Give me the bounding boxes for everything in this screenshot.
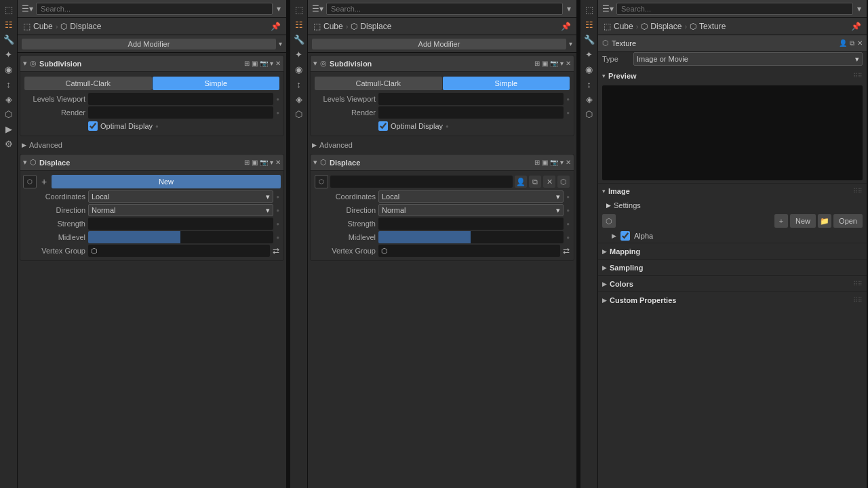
direction-dropdown[interactable]: Normal ▾ [88, 204, 273, 216]
panel-mid-coord-dropdown[interactable]: Local ▾ [378, 190, 564, 203]
panel-mid-cube[interactable]: Cube [323, 22, 343, 31]
strength-input[interactable]: 1.000 [88, 218, 273, 230]
alpha-expand-icon[interactable]: ▶ [612, 232, 616, 239]
displace-texture-slot[interactable]: ⬡ [23, 175, 37, 188]
panel-right-search[interactable] [616, 3, 853, 15]
render-input[interactable]: 3 [88, 106, 273, 119]
panel-right-pin[interactable]: 📌 [851, 22, 861, 31]
sidebar-icon-constraints[interactable]: ↕ [2, 77, 16, 91]
colors-section[interactable]: ▶ Colors ⠿⠿ [598, 275, 867, 291]
subdivision-toggle[interactable]: ▾ [23, 59, 27, 68]
panel-mid-add-modifier-dropdown[interactable]: ▾ [569, 40, 572, 47]
add-modifier-button[interactable]: Add Modifier [22, 39, 276, 49]
panel-mid-sub-realtime[interactable]: ▣ [542, 60, 548, 67]
props-close-btn[interactable]: ✕ [857, 39, 863, 47]
props-texture-slot[interactable]: ⬡ [602, 39, 609, 47]
subdivision-render[interactable]: 📷 [260, 60, 268, 67]
settings-row[interactable]: ▶ Settings [598, 198, 867, 213]
panel-middle-search[interactable] [326, 3, 563, 15]
img-plus-icon[interactable]: + [774, 214, 788, 228]
levels-viewport-input[interactable]: 3 [88, 93, 273, 105]
panel-mid-render-input[interactable]: 3 [378, 106, 564, 119]
vertex-swap-button[interactable]: ⇄ [273, 246, 279, 256]
panel-right-menu-icon[interactable]: ☰▾ [602, 4, 614, 14]
tab-simple[interactable]: Simple [153, 77, 280, 90]
displace-new-button[interactable]: New [52, 175, 281, 188]
panel-mid-pin[interactable]: 📌 [561, 22, 571, 31]
panel-mid-strength-input[interactable]: 1.000 [378, 218, 564, 230]
img-new-button[interactable]: New [790, 214, 816, 228]
panel-mid-sub-settings[interactable]: ▾ [560, 60, 564, 67]
coordinates-dropdown[interactable]: Local ▾ [88, 190, 273, 203]
panel-right-data[interactable]: ◈ [583, 92, 596, 106]
panel-mid-midlevel-input[interactable]: 0.500 [378, 231, 564, 243]
panel-mid-expand[interactable]: ▾ [566, 3, 572, 15]
header-menu-icon[interactable]: ☰▾ [22, 4, 33, 14]
panel-mid-sub-toggle[interactable]: ▾ [313, 59, 317, 68]
vertex-group-field[interactable]: ⬡ [88, 245, 270, 257]
panel-mid-disp-filter[interactable]: ⊞ [534, 159, 540, 166]
displace-close[interactable]: ✕ [275, 159, 281, 166]
panel-mid-texture-copy[interactable]: ⧉ [529, 176, 541, 188]
tab-catmull-clark[interactable]: Catmull-Clark [24, 77, 152, 90]
subdivision-realtime[interactable]: ▣ [252, 60, 258, 67]
panel-mid-texture-slot[interactable]: ⬡ [315, 175, 328, 188]
subdivision-filter[interactable]: ⊞ [244, 60, 250, 67]
optimal-display-checkbox[interactable] [88, 121, 98, 131]
panel-mid-optimal-checkbox[interactable] [378, 121, 388, 131]
img-folder-icon[interactable]: 📁 [818, 214, 831, 228]
panel-right-cube[interactable]: Cube [614, 22, 633, 31]
mapping-section[interactable]: ▶ Mapping [598, 243, 867, 259]
panel-right-displace-mid[interactable]: Displace [650, 22, 682, 31]
panel-mid-vertex-field[interactable]: ⬡ [378, 245, 560, 257]
panel-mid-sidebar-view[interactable]: ⬚ [292, 3, 306, 16]
sidebar-icon-object[interactable]: ☷ [2, 18, 16, 31]
breadcrumb-cube[interactable]: Cube [33, 22, 53, 31]
panel-mid-advanced[interactable]: ▶ Advanced [308, 138, 576, 152]
displace-render[interactable]: 📷 [260, 159, 268, 166]
panel-mid-menu-icon[interactable]: ☰▾ [312, 4, 323, 14]
panel-mid-sidebar-physics[interactable]: ◉ [292, 62, 306, 76]
panel-mid-sub-filter[interactable]: ⊞ [534, 60, 540, 67]
panel-mid-disp-settings[interactable]: ▾ [560, 159, 564, 166]
custom-properties-section[interactable]: ▶ Custom Properties ⠿⠿ [598, 291, 867, 308]
type-dropdown[interactable]: Image or Movie ▾ [633, 52, 863, 66]
subdivision-settings[interactable]: ▾ [270, 60, 273, 67]
panel-mid-sub-vis[interactable]: ◎ [320, 59, 327, 68]
panel-mid-texture-name[interactable]: Texture [330, 176, 513, 188]
panel-mid-disp-render[interactable]: 📷 [550, 159, 558, 166]
panel-mid-add-modifier-button[interactable]: Add Modifier [312, 39, 566, 49]
props-user-btn[interactable]: 👤 [839, 39, 847, 47]
panel-mid-sidebar-data[interactable]: ◈ [292, 92, 306, 106]
image-section-header[interactable]: ▾ Image ⠿⠿ [598, 183, 867, 198]
panel-mid-disp-realtime[interactable]: ▣ [542, 159, 548, 166]
panel-right-material[interactable]: ⬡ [583, 107, 596, 121]
panel-right-texture[interactable]: Texture [699, 22, 726, 31]
panel-mid-tab-simple[interactable]: Simple [443, 77, 570, 90]
panel-right-particle[interactable]: ✦ [583, 47, 596, 61]
panel-mid-sub-close[interactable]: ✕ [566, 60, 571, 67]
props-copy-btn[interactable]: ⧉ [850, 39, 854, 47]
panel-mid-vertex-swap[interactable]: ⇄ [563, 246, 570, 256]
panel-right-physics[interactable]: ◉ [583, 62, 596, 76]
panel-mid-sidebar-constraints[interactable]: ↕ [292, 77, 306, 91]
panel-mid-displace-toggle[interactable]: ▾ [313, 158, 317, 167]
sidebar-icon-physics[interactable]: ◉ [2, 62, 16, 76]
sidebar-icon-scene[interactable]: ▶ [2, 122, 16, 136]
panel-mid-disp-close[interactable]: ✕ [566, 159, 571, 166]
img-open-button[interactable]: Open [833, 214, 863, 228]
subdivision-visibility-icon[interactable]: ◎ [30, 59, 37, 68]
midlevel-input[interactable]: 0.500 [88, 231, 273, 243]
panel-right-view[interactable]: ⬚ [583, 3, 596, 16]
panel-left-expand[interactable]: ▾ [275, 3, 282, 15]
panel-mid-sidebar-modifier[interactable]: 🔧 [292, 33, 306, 46]
panel-right-expand[interactable]: ▾ [856, 3, 863, 15]
panel-mid-texture-show[interactable]: ⬡ [557, 176, 570, 188]
panel-right-modifier[interactable]: 🔧 [583, 33, 596, 46]
panel-left-search[interactable] [36, 3, 273, 15]
subdivision-close[interactable]: ✕ [275, 60, 281, 67]
advanced-row[interactable]: ▶ Advanced [18, 138, 286, 152]
sidebar-icon-material[interactable]: ⬡ [2, 107, 16, 121]
sidebar-icon-world[interactable]: ⚙ [2, 137, 16, 150]
sidebar-icon-particle[interactable]: ✦ [2, 47, 16, 61]
